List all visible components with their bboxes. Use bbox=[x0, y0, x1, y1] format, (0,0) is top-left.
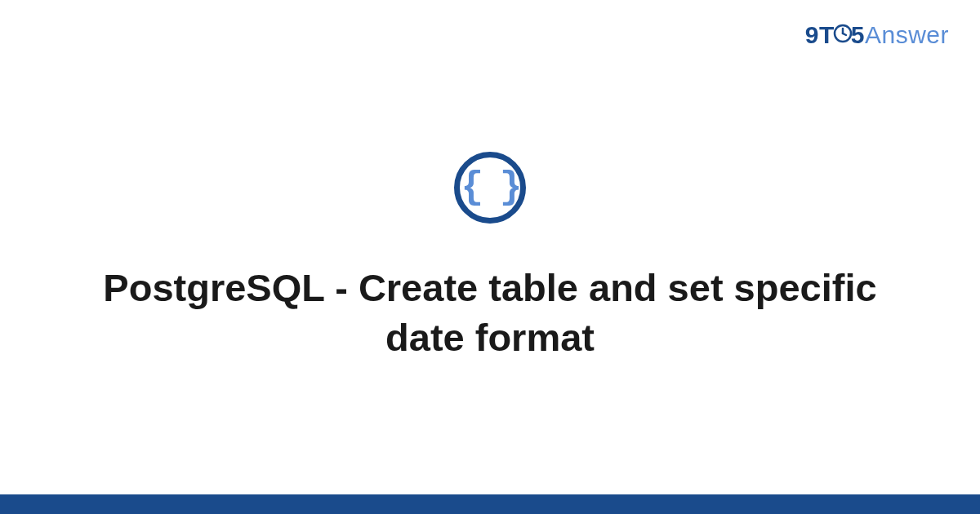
page-title: PostgreSQL - Create table and set specif… bbox=[82, 263, 898, 362]
main-content: { } PostgreSQL - Create table and set sp… bbox=[0, 0, 980, 514]
code-braces-icon: { } bbox=[461, 169, 519, 206]
category-icon: { } bbox=[454, 152, 526, 224]
footer-bar bbox=[0, 494, 980, 514]
